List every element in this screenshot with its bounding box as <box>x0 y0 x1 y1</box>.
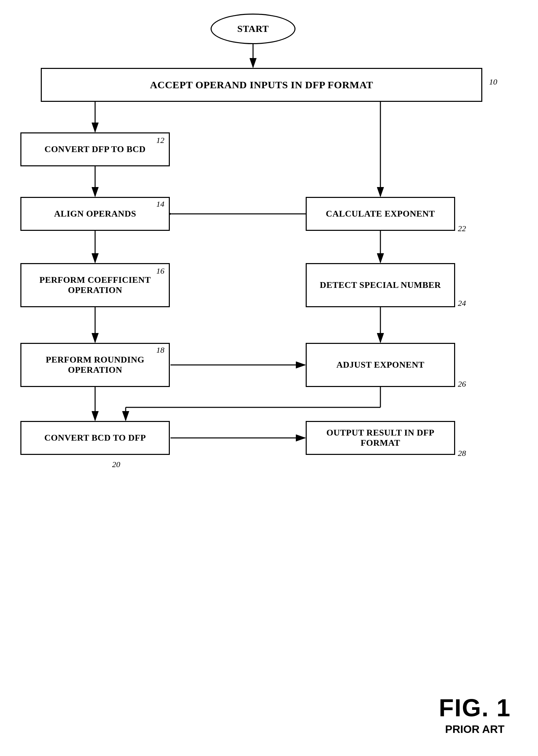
figure-label: FIG. 1 PRIOR ART <box>439 694 511 736</box>
ref-24: 24 <box>458 299 466 308</box>
start-node: START <box>211 14 295 44</box>
flowchart: START ACCEPT OPERAND INPUTS IN DFP FORMA… <box>0 0 538 756</box>
ref-10: 10 <box>489 77 497 87</box>
output-result-node: OUTPUT RESULT IN DFP FORMAT <box>306 421 455 455</box>
perform-rounding-node: PERFORM ROUNDING OPERATION <box>20 343 170 387</box>
ref-14: 14 <box>156 200 164 209</box>
convert-bcd-dfp-node: CONVERT BCD TO DFP <box>20 421 170 455</box>
adjust-exponent-node: ADJUST EXPONENT <box>306 343 455 387</box>
ref-18: 18 <box>156 346 164 355</box>
accept-operand-node: ACCEPT OPERAND INPUTS IN DFP FORMAT <box>41 68 482 102</box>
ref-16: 16 <box>156 266 164 276</box>
ref-22: 22 <box>458 224 466 233</box>
perform-coefficient-node: PERFORM COEFFICIENT OPERATION <box>20 263 170 307</box>
ref-28: 28 <box>458 449 466 458</box>
fig-number: FIG. 1 <box>439 694 511 722</box>
ref-26: 26 <box>458 380 466 389</box>
ref-20: 20 <box>112 460 120 469</box>
detect-special-node: DETECT SPECIAL NUMBER <box>306 263 455 307</box>
align-operands-node: ALIGN OPERANDS <box>20 197 170 231</box>
calculate-exponent-node: CALCULATE EXPONENT <box>306 197 455 231</box>
prior-art-label: PRIOR ART <box>439 723 511 736</box>
convert-dfp-bcd-node: CONVERT DFP TO BCD <box>20 132 170 166</box>
ref-12: 12 <box>156 136 164 145</box>
